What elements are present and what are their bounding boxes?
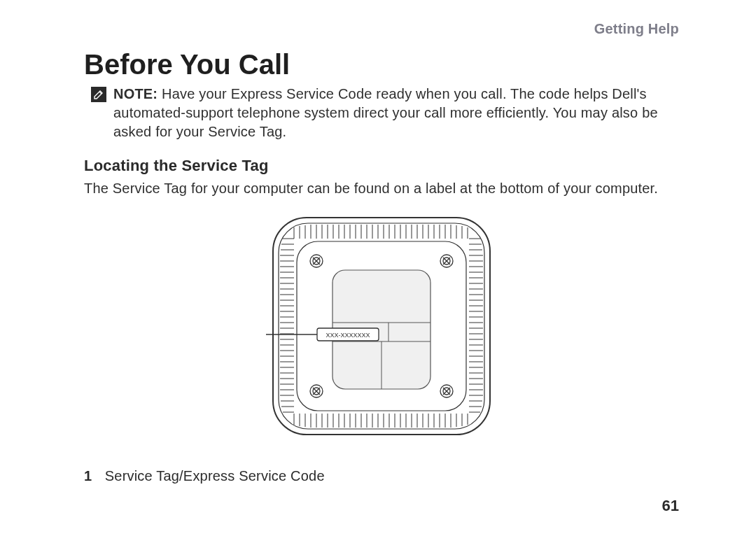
page-number: 61 xyxy=(662,497,679,515)
document-page: Getting Help Before You Call NOTE: Have … xyxy=(0,0,756,536)
note-pencil-icon xyxy=(91,87,106,102)
service-tag-figure: 1 xyxy=(84,205,679,464)
page-title: Before You Call xyxy=(84,49,679,80)
note-block: NOTE: Have your Express Service Code rea… xyxy=(91,85,679,141)
note-body: Have your Express Service Code ready whe… xyxy=(113,86,658,139)
legend-text: Service Tag/Express Service Code xyxy=(105,468,325,484)
figure-legend: 1 Service Tag/Express Service Code xyxy=(84,468,679,484)
legend-number: 1 xyxy=(84,468,101,484)
section-header: Getting Help xyxy=(594,21,679,37)
device-bottom-illustration: XXX-XXXXXXX xyxy=(266,211,497,442)
service-tag-label-text: XXX-XXXXXXX xyxy=(326,332,370,339)
note-label: NOTE: xyxy=(113,86,158,101)
body-paragraph: The Service Tag for your computer can be… xyxy=(84,179,679,198)
note-text: NOTE: Have your Express Service Code rea… xyxy=(113,85,679,141)
subheading: Locating the Service Tag xyxy=(84,157,679,175)
